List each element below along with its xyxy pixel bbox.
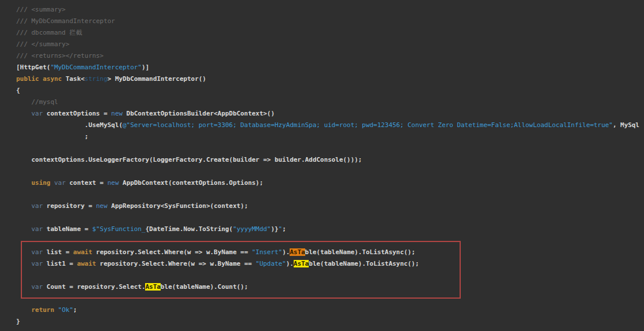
code-line: /// dbcommand 拦截 [16,27,644,39]
code-token: new [108,179,119,187]
code-token: .UseMySql( [16,121,123,129]
code-line: //mysql [16,96,644,108]
code-line [16,143,644,154]
code-line: return "Ok"; [16,304,644,316]
code-line [16,235,644,247]
code-token: /// <summary> [16,6,65,13]
code-token: @"Server=localhost; port=3306; Database=… [123,121,613,129]
code-token: contextOptions.UseLoggerFactory(LoggerFa… [16,156,362,163]
code-token: ). [282,248,290,256]
code-token: await [77,260,96,267]
code-token: await [73,248,92,256]
code-token: var [31,248,43,256]
code-token: tableName = [43,225,92,233]
code-token [16,110,31,117]
code-token: { [16,87,20,94]
code-line: [HttpGet("MyDbCommandInterceptor")] [16,62,644,73]
code-token: ). [286,260,294,267]
code-token: )} [271,225,278,233]
code-token: repository = [43,202,96,210]
code-line: /// <returns></returns> [16,50,644,62]
code-token: ; [73,306,77,314]
code-token: context = [65,179,107,187]
code-area[interactable]: /// <summary>/// MyDbCommandInterceptor/… [0,0,644,331]
code-token: ; [282,225,286,233]
code-token: var [31,225,43,233]
code-line: { [16,85,644,96]
code-token [50,179,54,187]
search-match: AsTa [145,283,160,291]
code-token: Count = repository.Select. [43,283,145,291]
code-token: "MyDbCommandInterceptor" [50,64,142,71]
code-token: } [16,318,20,325]
code-token: string [84,75,107,83]
code-line [16,212,644,224]
code-line: var tableName = $"SysFunction_{DateTime.… [16,224,644,235]
code-line: /// MyDbCommandInterceptor [16,16,644,27]
code-line: } [16,316,644,328]
code-token: )] [142,64,149,71]
code-token: DbContextOptionsBuilder<AppDbContext>() [123,110,275,117]
code-token: var [31,260,43,267]
code-token: ble(tableName).ToListAsync(); [309,260,419,267]
code-line: var list1 = await repository.Select.Wher… [16,258,644,270]
code-line [16,270,644,281]
code-line [16,166,644,177]
code-line: contextOptions.UseLoggerFactory(LoggerFa… [16,154,644,166]
code-token: ; [16,133,88,140]
code-token: ble(tableName).Count(); [161,283,248,291]
code-token: {DateTime.Now.ToString( [146,225,233,233]
code-token: new [111,110,123,117]
code-token: "Ok" [58,306,73,314]
code-token: var [54,179,66,187]
code-token: using [31,179,50,187]
code-token: /// MyDbCommandInterceptor [16,17,115,25]
code-token: public async [16,75,65,83]
code-token: "Update" [256,260,286,267]
code-token [16,260,31,267]
code-token: return [31,306,54,314]
code-token: "yyyyMMdd" [233,225,271,233]
search-match-current: AsTa [290,248,305,256]
code-token: "Insert" [252,248,283,256]
code-token: var [31,110,43,117]
code-token: list = [43,248,73,256]
code-editor[interactable]: /// <summary>/// MyDbCommandInterceptor/… [0,0,644,331]
code-token: var [31,202,43,210]
code-token: /// <returns></returns> [16,52,103,59]
code-token: var [31,283,43,291]
code-token [16,248,31,256]
code-line: var repository = new AppRepository<SysFu… [16,200,644,212]
code-token [16,202,31,210]
code-token: AppDbContext(contextOptions.Options); [119,179,264,187]
code-line: var Count = repository.Select.AsTable(ta… [16,281,644,293]
code-token: Task< [65,75,84,83]
code-token: repository.Select.Where(w => w.ByName == [92,248,251,256]
code-token [16,306,31,314]
code-token: repository.Select.Where(w => w.ByName == [96,260,256,267]
code-token: /// dbcommand 拦截 [16,29,82,36]
code-token [16,179,31,187]
code-line: var contextOptions = new DbContextOption… [16,108,644,120]
code-line: ; [16,131,644,143]
code-token: ble(tableName).ToListAsync(); [305,248,416,256]
code-token: > MyDbCommandInterceptor() [108,75,206,83]
code-token [16,283,31,291]
code-line [16,189,644,200]
search-match: AsTa [294,260,309,267]
code-line: .UseMySql(@"Server=localhost; port=3306;… [16,120,644,131]
code-token: [HttpGet( [16,64,50,71]
code-token: contextOptions = [43,110,111,117]
code-token [16,225,31,233]
code-token [16,98,31,106]
code-token: //mysql [31,98,58,106]
code-token: , MySql [613,121,639,129]
code-token: /// </summary> [16,40,69,48]
code-token: $"SysFunction_ [92,225,145,233]
code-token: AppRepository<SysFunction>(context); [108,202,248,210]
code-token: list1 = [43,260,77,267]
code-line [16,293,644,304]
code-line: public async Task<string> MyDbCommandInt… [16,73,644,85]
code-token: new [96,202,108,210]
code-line: var list = await repository.Select.Where… [16,247,644,258]
